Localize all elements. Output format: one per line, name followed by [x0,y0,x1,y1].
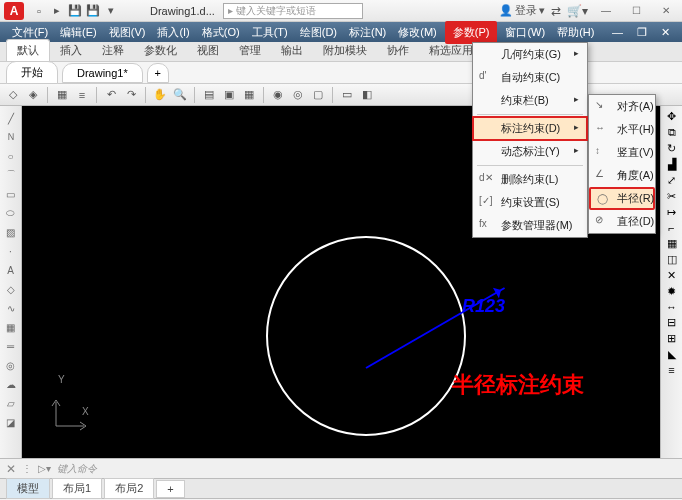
ribbon-tab-collab[interactable]: 协作 [377,40,419,61]
misc2-icon[interactable]: ◎ [289,86,307,104]
tab-model[interactable]: 模型 [6,478,50,499]
table-tool-icon[interactable]: ▦ [3,319,19,335]
menu-delete-constraint[interactable]: d✕删除约束(L) [473,168,587,191]
misc1-icon[interactable]: ◉ [269,86,287,104]
mline-tool-icon[interactable]: ═ [3,338,19,354]
close-button[interactable]: ✕ [654,3,678,19]
block-icon[interactable]: ▣ [220,86,238,104]
menu-modify[interactable]: 修改(M) [392,23,443,42]
menu-dynamic-dimension[interactable]: 动态标注(Y)▸ [473,140,587,163]
undo-icon[interactable]: ↶ [102,86,120,104]
layer-icon[interactable]: ◇ [4,86,22,104]
cmd-close-icon[interactable]: ✕ [6,462,16,476]
color-icon[interactable]: ▦ [53,86,71,104]
qat-dropdown-icon[interactable]: ▾ [103,3,119,19]
tab-layout1[interactable]: 布局1 [52,478,102,499]
cloud-tool-icon[interactable]: ☁ [3,376,19,392]
submenu-angular[interactable]: ∠角度(A) [589,164,655,187]
stretch-tool-icon[interactable]: ↔ [666,301,677,313]
linetype-icon[interactable]: ≡ [73,86,91,104]
spline-tool-icon[interactable]: ∿ [3,300,19,316]
align-tool-icon[interactable]: ≡ [668,364,674,376]
donut-tool-icon[interactable]: ◎ [3,357,19,373]
pan-icon[interactable]: ✋ [151,86,169,104]
qat-save2-icon[interactable]: 💾 [85,3,101,19]
region-tool-icon[interactable]: ◇ [3,281,19,297]
cart-icon[interactable]: 🛒▾ [567,4,588,18]
qat-open-icon[interactable]: ▸ [49,3,65,19]
ribbon-tab-addins[interactable]: 附加模块 [313,40,377,61]
menu-dimension[interactable]: 标注(N) [343,23,392,42]
menu-parametric[interactable]: 参数(P) [445,21,498,44]
3d-tool-icon[interactable]: ◪ [3,414,19,430]
misc5-icon[interactable]: ◧ [358,86,376,104]
ribbon-tab-annotate[interactable]: 注释 [92,40,134,61]
hatch-tool-icon[interactable]: ▨ [3,224,19,240]
doc-tab-start[interactable]: 开始 [6,61,58,84]
qat-new-icon[interactable]: ▫ [31,3,47,19]
wipeout-tool-icon[interactable]: ▱ [3,395,19,411]
copy-tool-icon[interactable]: ⧉ [668,126,676,139]
doc-tab-new[interactable]: + [147,63,169,83]
array-tool-icon[interactable]: ▦ [667,237,677,250]
menu-format[interactable]: 格式(O) [196,23,246,42]
exchange-icon[interactable]: ⇄ [551,4,561,18]
layer-state-icon[interactable]: ◈ [24,86,42,104]
maximize-button[interactable]: ☐ [624,3,648,19]
menu-close-icon[interactable]: ✕ [655,24,676,41]
chamfer-tool-icon[interactable]: ◣ [668,348,676,361]
menu-window[interactable]: 窗口(W) [499,23,551,42]
minimize-button[interactable]: — [594,3,618,19]
doc-tab-drawing[interactable]: Drawing1* [62,63,143,83]
extend-tool-icon[interactable]: ↦ [667,206,676,219]
scale-tool-icon[interactable]: ⤢ [667,174,676,187]
tab-add-layout[interactable]: + [156,480,184,498]
menu-dimensional-constraint[interactable]: 标注约束(D)▸ [473,117,587,140]
ribbon-tab-parametric[interactable]: 参数化 [134,40,187,61]
menu-restore-icon[interactable]: ❐ [631,24,653,41]
menu-min-icon[interactable]: — [606,24,629,41]
offset-tool-icon[interactable]: ◫ [667,253,677,266]
command-line[interactable]: ✕ ⋮ ▷▾ 键入命令 [0,458,682,478]
submenu-diameter[interactable]: ⊘直径(D) [589,210,655,233]
ribbon-tab-insert[interactable]: 插入 [50,40,92,61]
group-icon[interactable]: ▦ [240,86,258,104]
break-tool-icon[interactable]: ⊟ [667,316,676,329]
tab-layout2[interactable]: 布局2 [104,478,154,499]
menu-view[interactable]: 视图(V) [103,23,152,42]
zoom-icon[interactable]: 🔍 [171,86,189,104]
pline-tool-icon[interactable]: Ｎ [3,129,19,145]
ribbon-tab-default[interactable]: 默认 [6,39,50,61]
mirror-tool-icon[interactable]: ▟ [668,158,676,171]
ribbon-tab-manage[interactable]: 管理 [229,40,271,61]
move-tool-icon[interactable]: ✥ [667,110,676,123]
props-icon[interactable]: ▤ [200,86,218,104]
text-tool-icon[interactable]: A [3,262,19,278]
menu-constraint-settings[interactable]: [✓]约束设置(S) [473,191,587,214]
erase-tool-icon[interactable]: ✕ [667,269,676,282]
menu-tools[interactable]: 工具(T) [246,23,294,42]
redo-icon[interactable]: ↷ [122,86,140,104]
point-tool-icon[interactable]: · [3,243,19,259]
menu-draw[interactable]: 绘图(D) [294,23,343,42]
menu-geometric-constraint[interactable]: 几何约束(G)▸ [473,43,587,66]
misc4-icon[interactable]: ▭ [338,86,356,104]
login-button[interactable]: 👤 登录 ▾ [499,3,545,18]
menu-edit[interactable]: 编辑(E) [54,23,103,42]
qat-save-icon[interactable]: 💾 [67,3,83,19]
submenu-aligned[interactable]: ↘对齐(A) [589,95,655,118]
rect-tool-icon[interactable]: ▭ [3,186,19,202]
menu-insert[interactable]: 插入(I) [151,23,195,42]
ellipse-tool-icon[interactable]: ⬭ [3,205,19,221]
submenu-radius[interactable]: ◯半径(R) [589,187,655,210]
menu-param-manager[interactable]: fx参数管理器(M) [473,214,587,237]
cmd-handle-icon[interactable]: ⋮ [22,463,32,474]
explode-tool-icon[interactable]: ✹ [667,285,676,298]
misc3-icon[interactable]: ▢ [309,86,327,104]
line-tool-icon[interactable]: ╱ [3,110,19,126]
ribbon-tab-view[interactable]: 视图 [187,40,229,61]
rotate-tool-icon[interactable]: ↻ [667,142,676,155]
arc-tool-icon[interactable]: ⌒ [3,167,19,183]
submenu-vertical[interactable]: ↕竖直(V) [589,141,655,164]
join-tool-icon[interactable]: ⊞ [667,332,676,345]
